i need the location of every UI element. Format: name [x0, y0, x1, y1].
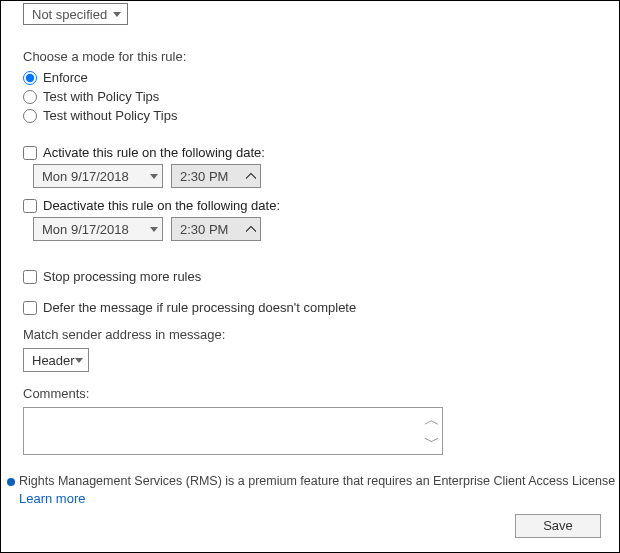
defer-row[interactable]: Defer the message if rule processing doe… — [23, 300, 597, 315]
deactivate-date-row: Mon 9/17/2018 2:30 PM — [33, 217, 597, 241]
rms-notice-text: Rights Management Services (RMS) is a pr… — [19, 474, 619, 488]
caret-down-icon — [75, 358, 83, 363]
dialog-content: Not specified Choose a mode for this rul… — [1, 1, 619, 455]
severity-select[interactable]: Not specified — [23, 3, 128, 25]
match-sender-label: Match sender address in message: — [23, 327, 597, 342]
deactivate-label: Deactivate this rule on the following da… — [43, 198, 280, 213]
mode-option-enforce[interactable]: Enforce — [23, 70, 597, 85]
radio-enforce[interactable] — [23, 71, 37, 85]
deactivate-date-combo[interactable]: Mon 9/17/2018 — [33, 217, 163, 241]
mode-option-test-tips[interactable]: Test with Policy Tips — [23, 89, 597, 104]
deactivate-row[interactable]: Deactivate this rule on the following da… — [23, 198, 597, 213]
deactivate-date-value: Mon 9/17/2018 — [42, 222, 129, 237]
comments-box: ︿ ﹀ — [23, 407, 443, 455]
radio-test-tips[interactable] — [23, 90, 37, 104]
activate-row[interactable]: Activate this rule on the following date… — [23, 145, 597, 160]
severity-select-value: Not specified — [32, 7, 107, 22]
chevron-down-icon — [246, 226, 256, 232]
activate-time-value: 2:30 PM — [180, 169, 228, 184]
activate-checkbox[interactable] — [23, 146, 37, 160]
scroll-up-icon[interactable]: ︿ — [424, 412, 440, 428]
match-sender-select[interactable]: Header — [23, 348, 89, 372]
caret-down-icon — [150, 174, 158, 179]
activate-date-combo[interactable]: Mon 9/17/2018 — [33, 164, 163, 188]
radio-test-tips-label: Test with Policy Tips — [43, 89, 159, 104]
radio-enforce-label: Enforce — [43, 70, 88, 85]
comments-textarea[interactable] — [24, 408, 422, 454]
scroll-down-icon[interactable]: ﹀ — [424, 434, 440, 450]
learn-more-link[interactable]: Learn more — [19, 491, 85, 506]
deactivate-checkbox[interactable] — [23, 199, 37, 213]
activate-date-value: Mon 9/17/2018 — [42, 169, 129, 184]
chevron-down-icon — [246, 173, 256, 179]
save-button[interactable]: Save — [515, 514, 601, 538]
caret-down-icon — [150, 227, 158, 232]
comments-label: Comments: — [23, 386, 597, 401]
info-bullet-icon — [7, 478, 15, 486]
stop-processing-label: Stop processing more rules — [43, 269, 201, 284]
activate-time-combo[interactable]: 2:30 PM — [171, 164, 261, 188]
caret-down-icon — [113, 12, 121, 17]
radio-test-no-tips[interactable] — [23, 109, 37, 123]
comments-scrollbar[interactable]: ︿ ﹀ — [422, 408, 442, 454]
mode-option-test-no-tips[interactable]: Test without Policy Tips — [23, 108, 597, 123]
mode-label: Choose a mode for this rule: — [23, 49, 597, 64]
deactivate-time-value: 2:30 PM — [180, 222, 228, 237]
deactivate-time-combo[interactable]: 2:30 PM — [171, 217, 261, 241]
defer-label: Defer the message if rule processing doe… — [43, 300, 356, 315]
activate-label: Activate this rule on the following date… — [43, 145, 265, 160]
defer-checkbox[interactable] — [23, 301, 37, 315]
stop-processing-row[interactable]: Stop processing more rules — [23, 269, 597, 284]
match-sender-value: Header — [32, 353, 75, 368]
stop-processing-checkbox[interactable] — [23, 270, 37, 284]
radio-test-no-tips-label: Test without Policy Tips — [43, 108, 177, 123]
dialog-frame: Not specified Choose a mode for this rul… — [0, 0, 620, 553]
activate-date-row: Mon 9/17/2018 2:30 PM — [33, 164, 597, 188]
rms-notice-row: Rights Management Services (RMS) is a pr… — [7, 474, 619, 488]
